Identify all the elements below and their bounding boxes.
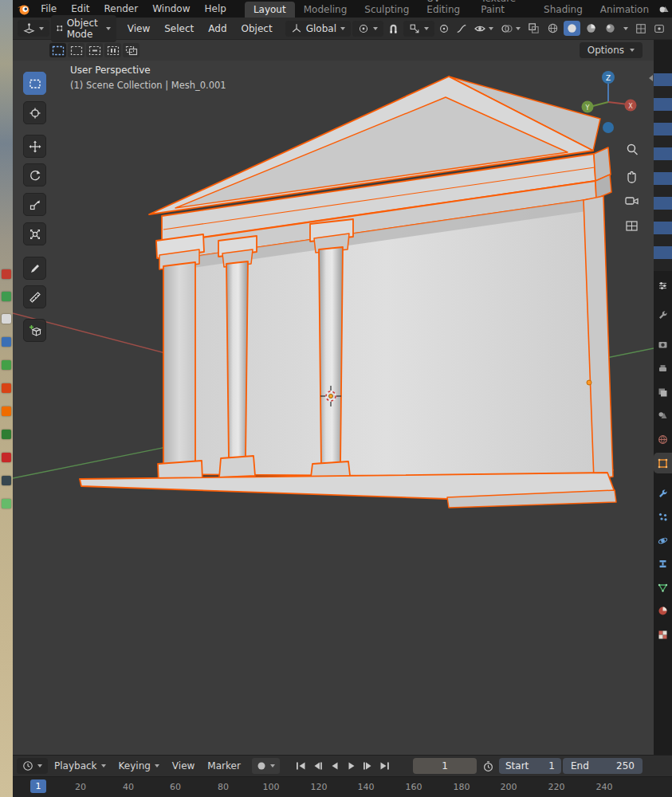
timeline-editor-type-button[interactable] [17,758,48,774]
shading-rendered-button[interactable] [602,21,619,36]
ptab-view-layer[interactable] [654,382,672,402]
play-button[interactable] [344,758,359,774]
outliner-row[interactable] [654,123,672,135]
next-keyframe-button[interactable] [360,758,375,774]
outliner-row[interactable] [654,147,672,160]
temple-mesh[interactable] [80,77,616,508]
options-button[interactable]: Options [580,42,643,58]
editor-type-button[interactable] [18,20,49,37]
select-mode-extend-button[interactable] [68,43,84,57]
ptab-texture[interactable] [654,624,672,645]
desktop-icon[interactable] [2,406,11,416]
shading-material-button[interactable] [583,21,599,36]
outliner-row[interactable] [654,210,672,222]
pivot-point-selector[interactable] [352,21,383,37]
menu-marker[interactable]: Marker [201,755,246,777]
snap-toggle[interactable] [385,21,402,36]
frame-start-field[interactable]: Start 1 [499,758,561,774]
tab-animation[interactable]: Animation [591,2,658,18]
record-button[interactable] [257,761,266,771]
desktop-icon[interactable] [2,430,11,439]
outliner-row[interactable] [654,259,672,272]
current-frame-field[interactable]: 1 [413,758,477,774]
tool-add-cube[interactable] [23,319,46,342]
jump-to-start-button[interactable] [293,758,308,774]
tab-uv-editing[interactable]: UV Editing [418,0,472,18]
playhead-frame-badge[interactable]: 1 [30,779,46,793]
ptab-object-data[interactable] [654,577,672,598]
menu-tl-view[interactable]: View [166,755,201,777]
xray-toggle[interactable] [525,21,542,36]
menu-add[interactable]: Add [202,18,233,40]
use-preview-range-button[interactable] [482,758,494,774]
show-overlays-selector[interactable] [498,21,523,37]
desktop-icon[interactable] [2,383,11,393]
tool-measure[interactable] [23,285,46,308]
tab-shading[interactable]: Shading [535,2,591,18]
outliner-row[interactable] [654,135,672,148]
outliner-row[interactable] [654,73,672,86]
menu-window[interactable]: Window [145,0,197,18]
shading-wireframe-button[interactable] [544,21,561,36]
tool-rotate[interactable] [23,163,46,186]
outliner-row[interactable] [654,222,672,234]
tool-move[interactable] [23,135,46,158]
desktop-icon[interactable] [2,453,11,462]
outliner-row[interactable] [654,246,672,259]
properties-editor-icon[interactable] [654,275,672,296]
select-mode-subtract-button[interactable] [86,43,103,57]
outliner-row[interactable] [654,234,672,247]
ptab-scene[interactable] [654,405,672,426]
tool-annotate[interactable] [23,257,46,280]
outliner-row[interactable] [654,98,672,111]
viewport-3d[interactable]: Options User Perspective (1) Scene Colle… [13,40,654,755]
viewport-canvas[interactable]: Z X Y [13,40,654,755]
desktop-icon[interactable] [2,292,11,301]
show-visibility-selector[interactable] [471,21,496,37]
ortho-toggle-button[interactable] [627,222,637,230]
tab-sculpting[interactable]: Sculpting [356,2,418,18]
ptab-tool[interactable] [654,304,672,325]
timeline-ruler[interactable]: 1 20 40 60 80 100 120 140 160 180 200 22… [13,776,672,797]
snap-with-selector[interactable] [403,21,434,37]
tab-modeling[interactable]: Modeling [295,2,356,18]
desktop-icon[interactable] [2,314,11,324]
ptab-output[interactable] [654,358,672,379]
jump-to-end-button[interactable] [377,758,392,774]
scene-icon[interactable] [658,2,670,15]
viewport-gizmos-button[interactable] [633,22,649,36]
menu-object[interactable]: Object [235,18,279,40]
tool-cursor[interactable] [23,101,46,124]
outliner-row[interactable] [654,111,672,124]
desktop-icon[interactable] [2,269,11,279]
select-mode-set-button[interactable] [49,43,66,57]
outliner-row[interactable] [654,86,672,99]
ptab-constraints[interactable] [654,553,672,574]
ptab-physics[interactable] [654,530,672,551]
outliner-row[interactable] [654,160,672,173]
mode-selector[interactable]: Object Mode [51,15,116,42]
transform-orientation-selector[interactable]: Global [285,21,351,37]
desktop-icon[interactable] [2,499,11,508]
prev-keyframe-button[interactable] [310,758,325,774]
ptab-world[interactable] [654,429,672,450]
tab-layout[interactable]: Layout [245,2,295,18]
pan-hand-button[interactable] [628,172,635,183]
tool-scale[interactable] [23,193,46,216]
tab-texture-paint[interactable]: Texture Paint [472,0,535,18]
menu-playback[interactable]: Playback [48,755,112,777]
menu-keying[interactable]: Keying [112,755,166,777]
outliner-row[interactable] [654,185,672,198]
gizmo-neg-z-ball[interactable] [603,122,614,133]
camera-view-button[interactable] [626,198,638,204]
play-reverse-button[interactable] [327,758,342,774]
blender-logo-icon[interactable] [13,0,33,18]
tool-select-box[interactable] [23,72,46,95]
shading-solid-button[interactable] [564,21,580,36]
proportional-editing-toggle[interactable] [436,22,452,36]
select-mode-intersect-button[interactable] [123,43,140,57]
select-mode-invert-button[interactable] [104,43,121,57]
desktop-icon[interactable] [2,337,11,347]
ptab-render[interactable] [654,334,672,355]
menu-help[interactable]: Help [198,0,234,18]
